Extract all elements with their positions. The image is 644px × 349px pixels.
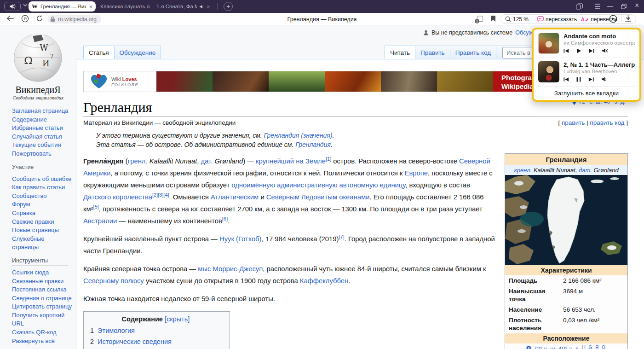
wiki-link[interactable]: править xyxy=(562,119,585,126)
muted-speaker-icon[interactable] xyxy=(602,48,608,53)
wiki-link[interactable]: дат. xyxy=(201,157,213,165)
sidebar-section: Участие Сообщить об ошибкеКак править ст… xyxy=(0,164,76,251)
infobox-native-name: гренл. Kalaallit Nunaat, дат. Grønland xyxy=(505,165,627,175)
wiki-link[interactable]: Гренландия xyxy=(295,141,331,148)
wiki-link[interactable]: [5] xyxy=(93,204,99,209)
infobox-label: Площадь xyxy=(505,275,561,286)
wiki-link[interactable]: Северным Ледовитым океанами xyxy=(266,193,370,201)
sidebar-link[interactable]: Скачать QR-код xyxy=(12,329,57,336)
sidebar-link[interactable]: Сведения о странице xyxy=(12,295,72,302)
tab-read[interactable]: Читать xyxy=(385,46,415,59)
wiki-link[interactable]: Европе xyxy=(405,169,428,177)
wiki-link[interactable]: [2][3][4] xyxy=(152,192,169,198)
previous-track-button[interactable] xyxy=(564,48,569,53)
tab-edit[interactable]: Править xyxy=(415,46,450,59)
tab-article[interactable]: Статья xyxy=(83,46,115,59)
bookmark-button[interactable] xyxy=(490,15,496,22)
collections-button[interactable]: 1 xyxy=(477,15,483,24)
wiki-link[interactable]: [6] xyxy=(222,216,228,221)
wiki-link[interactable]: Каффеклуббен xyxy=(300,277,348,285)
coordinate-services-links[interactable]: H G Я O xyxy=(582,345,606,349)
tab-sonata[interactable]: 1-я Соната, Фа Мин × xyxy=(156,1,213,12)
sidebar-link[interactable]: Получить короткий URL xyxy=(12,312,64,327)
sidebar-link[interactable]: Случайная статья xyxy=(12,133,62,140)
wiki-link[interactable]: крупнейший на Земле xyxy=(256,157,326,165)
personal-bar: Вы не представились системе Обсуждение xyxy=(423,29,549,36)
wiki-link[interactable]: Северному полюсу xyxy=(83,277,144,285)
toc-link[interactable]: Исторические сведения xyxy=(98,338,172,345)
sidebar-link[interactable]: Форум xyxy=(12,201,30,208)
sidebar-link[interactable]: Текущие события xyxy=(12,141,61,148)
tab-greenland[interactable]: W Гренландия — Википе × xyxy=(29,1,96,12)
media-player-button[interactable] xyxy=(609,15,617,23)
wiki-link[interactable]: править код xyxy=(590,119,624,126)
sidebar-link[interactable]: Свежие правки xyxy=(12,218,54,225)
wiki-link[interactable]: гренл. xyxy=(128,157,148,165)
mute-all-tabs-button[interactable]: Заглушить все вкладки xyxy=(534,87,639,100)
sidebar-link[interactable]: Пожертвовать xyxy=(12,150,52,157)
sidebar-link[interactable]: Справка xyxy=(12,209,35,216)
speaker-icon[interactable] xyxy=(601,76,608,82)
svg-text:7: 7 xyxy=(50,53,54,60)
wiki-link[interactable]: [1] xyxy=(326,156,331,162)
text-segment: — наименьшему из континентов xyxy=(117,217,222,225)
track-subtitle: ии Симфонического оркестра Ле xyxy=(564,40,635,46)
wiki-link[interactable]: гренл. xyxy=(514,167,532,174)
sidebar-link[interactable]: Сообщить об ошибке xyxy=(12,175,71,182)
side-panels-button[interactable] xyxy=(576,3,583,10)
previous-track-button[interactable] xyxy=(564,77,569,82)
menu-icon[interactable] xyxy=(594,4,601,9)
minimize-button[interactable]: — xyxy=(607,3,613,10)
play-button[interactable] xyxy=(576,48,581,53)
retell-button[interactable]: пересказать xyxy=(537,16,577,23)
toc-toggle[interactable]: [скрыть] xyxy=(165,315,190,323)
address-bar[interactable]: ru.wikipedia.org xyxy=(47,15,101,23)
sidebar-link[interactable]: Развернуть всё xyxy=(12,337,55,344)
wiki-link[interactable]: Гренландия (значения) xyxy=(264,132,333,139)
sidebar-link[interactable]: Цитировать страницу xyxy=(12,303,72,310)
tab-classical-music[interactable]: Классика слушать онлайн xyxy=(100,1,150,12)
chevron-down-icon[interactable] xyxy=(23,4,28,6)
back-button[interactable] xyxy=(6,15,14,22)
browser-sound-button[interactable] xyxy=(4,2,21,11)
wiki-link[interactable]: дат. xyxy=(579,167,592,174)
tab-close-button[interactable]: × xyxy=(89,4,92,10)
zoom-control[interactable]: 125 % xyxy=(505,16,529,23)
maximize-button[interactable] xyxy=(621,4,627,9)
yandex-button[interactable]: Я xyxy=(21,15,29,23)
wiki-link[interactable]: Нуук (Готхоб) xyxy=(219,235,262,243)
close-button[interactable]: × xyxy=(635,1,639,10)
sidebar-link[interactable]: Новые страницы xyxy=(12,227,59,233)
wikipedia-logo[interactable]: Ω W И 7 ВикипедиЯ Свободная энциклопедия xyxy=(0,31,76,100)
sidebar-link[interactable]: Содержание xyxy=(12,116,47,123)
sidebar-link[interactable]: Избранные статьи xyxy=(12,124,63,131)
sidebar-link[interactable]: Ссылки сюда xyxy=(12,269,49,276)
sidebar-link[interactable]: Как править статьи xyxy=(12,184,65,191)
sidebar-link[interactable]: Служебные страницы xyxy=(12,235,45,251)
tab-close-button[interactable]: × xyxy=(207,4,210,10)
tab-discussion[interactable]: Обсуждение xyxy=(115,46,161,59)
tab-edit-source[interactable]: Править код xyxy=(450,46,497,59)
infobox-coordinates[interactable]: 72° с. ш. 40° з. д. H G Я O xyxy=(505,343,627,349)
download-button[interactable] xyxy=(625,15,632,22)
reload-button[interactable] xyxy=(36,15,43,22)
wiki-link[interactable]: мыс Моррис-Джесуп xyxy=(198,265,263,273)
infobox-value: 0,03 чел./км² xyxy=(561,315,627,333)
sidebar-item: Постоянная ссылка xyxy=(12,285,72,294)
sidebar-link[interactable]: Связанные правки xyxy=(12,278,63,285)
next-track-button[interactable] xyxy=(588,77,594,82)
sidebar-link[interactable]: Сообщество xyxy=(12,192,47,199)
pause-button[interactable] xyxy=(576,77,581,82)
wiki-link[interactable]: Австралии xyxy=(83,217,117,225)
next-track-button[interactable] xyxy=(589,48,594,53)
text-segment: . xyxy=(331,141,333,148)
wiki-link[interactable]: одноимённую административную автономную … xyxy=(231,181,405,189)
sidebar-link[interactable]: Постоянная ссылка xyxy=(12,286,67,293)
new-tab-button[interactable]: + xyxy=(224,2,233,11)
media-track-2: 2, № 1. 1 Часть—Аллегро (Re Ludwig van B… xyxy=(534,58,639,86)
sidebar-link[interactable]: Заглавная страница xyxy=(12,107,68,114)
wiki-link[interactable]: Атлантическим xyxy=(211,193,259,201)
wiki-link[interactable]: [7] xyxy=(339,234,344,239)
wiki-link[interactable]: Датского королевства xyxy=(83,193,152,201)
toc-link[interactable]: Этимология xyxy=(98,327,135,334)
